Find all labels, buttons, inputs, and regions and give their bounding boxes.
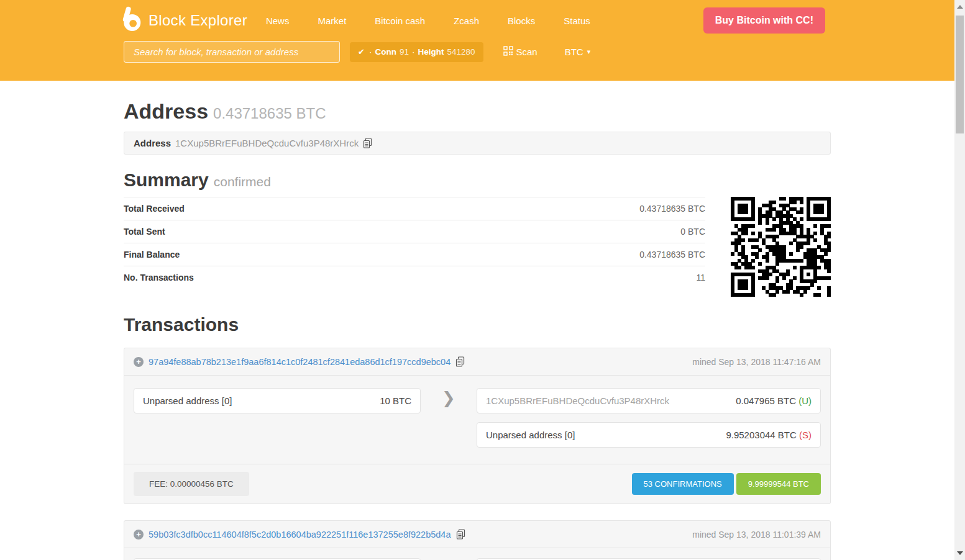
currency-value: BTC	[565, 47, 583, 57]
summary-row-total-sent: Total Sent 0 BTC	[124, 220, 705, 243]
summary-row-label: Final Balance	[124, 250, 180, 260]
total-amount-badge: 9.99999544 BTC	[736, 473, 821, 495]
copy-address-icon[interactable]	[363, 138, 372, 148]
mined-timestamp: mined Sep 13, 2018 11:01:39 AM	[692, 530, 821, 540]
expand-transaction-icon[interactable]: +	[134, 530, 144, 540]
tx-outputs: 1CXup5BRrEFuBHDeQcduCvfu3P48rXHrck 0.047…	[477, 388, 821, 448]
address-balance: 0.43718635 BTC	[213, 105, 326, 122]
summary-row-total-received: Total Received 0.43718635 BTC	[124, 197, 705, 220]
unspent-flag: (U)	[798, 395, 812, 406]
mined-timestamp: mined Sep 13, 2018 11:47:16 AM	[692, 357, 821, 367]
summary-status: confirmed	[214, 174, 271, 189]
brand-name: Block Explorer	[149, 12, 247, 29]
summary-table: Total Received 0.43718635 BTC Total Sent…	[124, 197, 705, 297]
conn-label: Conn	[375, 47, 396, 56]
nav-item-zcash[interactable]: Zcash	[454, 16, 479, 26]
currency-dropdown[interactable]: BTC ▾	[565, 47, 591, 57]
height-label: Height	[418, 47, 444, 56]
caret-down-icon: ▾	[587, 48, 591, 56]
address-qr-code	[731, 197, 831, 297]
expand-transaction-icon[interactable]: +	[134, 357, 144, 367]
transaction-card: + 97a94fe88ab78b213e1f9aa6f814c1c0f2481c…	[124, 348, 831, 504]
nav-item-blocks[interactable]: Blocks	[508, 16, 535, 26]
txid-link[interactable]: 59b03fc3dfb0cc114604f8f5c2d0b16604ba9222…	[149, 530, 451, 540]
summary-row-no-transactions: No. Transactions 11	[124, 266, 705, 289]
address-label: Address	[134, 138, 171, 148]
scroll-up-icon[interactable]	[957, 5, 963, 9]
output-address: 1CXup5BRrEFuBHDeQcduCvfu3P48rXHrck	[486, 395, 669, 406]
spent-flag: (S)	[799, 430, 812, 440]
tx-output-row: Unparsed address [0] 9.95203044 BTC (S)	[477, 422, 821, 448]
tx-inputs: Unparsed address [0] 10 BTC	[134, 388, 421, 448]
buy-bitcoin-button[interactable]: Buy Bitcoin with CC!	[703, 7, 825, 34]
page-title: Address	[124, 99, 208, 123]
summary-heading-row: Summaryconfirmed	[124, 169, 831, 191]
conn-value: 91	[400, 47, 409, 56]
status-sep: ·	[369, 47, 372, 56]
nav-item-market[interactable]: Market	[318, 16, 346, 26]
tx-input-row: Unparsed address [0] 10 BTC	[134, 388, 421, 413]
address-panel: Address 1CXup5BRrEFuBHDeQcduCvfu3P48rXHr…	[124, 132, 831, 155]
block-explorer-logo-icon	[120, 6, 142, 35]
copy-txid-icon[interactable]	[455, 356, 465, 367]
node-status-badge: ✔ · Conn 91 · Height 541280	[350, 42, 483, 62]
height-value: 541280	[447, 47, 475, 56]
scan-label: Scan	[516, 47, 537, 57]
summary-row-value: 0 BTC	[680, 227, 705, 237]
input-amount: 10 BTC	[380, 395, 411, 406]
output-amount: 9.95203044 BTC (S)	[726, 430, 812, 440]
nav-item-status[interactable]: Status	[564, 16, 590, 26]
summary-row-value: 11	[696, 273, 705, 282]
fee-badge: FEE: 0.00000456 BTC	[134, 472, 249, 496]
page-title-row: Address0.43718635 BTC	[124, 99, 831, 124]
tx-output-row: 1CXup5BRrEFuBHDeQcduCvfu3P48rXHrck 0.047…	[477, 388, 821, 413]
output-amount: 0.047965 BTC (U)	[736, 395, 812, 406]
scroll-down-icon[interactable]	[957, 551, 963, 555]
transactions-title: Transactions	[124, 314, 831, 335]
status-sep: ·	[412, 47, 415, 56]
confirmations-badge: 53 CONFIRMATIONS	[632, 473, 734, 495]
scrollbar[interactable]	[954, 0, 965, 560]
output-address: Unparsed address [0]	[486, 430, 575, 440]
address-value: 1CXup5BRrEFuBHDeQcduCvfu3P48rXHrck	[175, 138, 359, 148]
copy-txid-icon[interactable]	[456, 529, 465, 540]
search-input[interactable]	[124, 41, 340, 63]
summary-row-label: Total Sent	[124, 227, 165, 237]
nav-item-bitcoin-cash[interactable]: Bitcoin cash	[375, 16, 425, 26]
arrow-right-icon: ❯	[442, 390, 455, 448]
brand[interactable]: Block Explorer	[120, 6, 247, 35]
txid-link[interactable]: 97a94fe88ab78b213e1f9aa6f814c1c0f2481cf2…	[149, 357, 450, 367]
top-navbar: Block Explorer News Market Bitcoin cash …	[0, 0, 965, 81]
qr-scan-icon	[503, 46, 513, 58]
summary-title: Summary	[124, 169, 209, 190]
summary-row-label: Total Received	[124, 204, 185, 214]
scrollbar-thumb[interactable]	[956, 16, 964, 133]
nav-item-news[interactable]: News	[266, 16, 290, 26]
main-nav: News Market Bitcoin cash Zcash Blocks St…	[266, 16, 590, 26]
summary-row-final-balance: Final Balance 0.43718635 BTC	[124, 243, 705, 266]
transaction-card: + 59b03fc3dfb0cc114604f8f5c2d0b16604ba92…	[124, 520, 831, 560]
scan-button[interactable]: Scan	[503, 46, 537, 58]
summary-row-value: 0.43718635 BTC	[639, 204, 705, 214]
input-address: Unparsed address [0]	[143, 395, 232, 406]
check-icon: ✔	[358, 47, 365, 56]
summary-row-value: 0.43718635 BTC	[639, 250, 705, 260]
summary-row-label: No. Transactions	[124, 273, 194, 282]
